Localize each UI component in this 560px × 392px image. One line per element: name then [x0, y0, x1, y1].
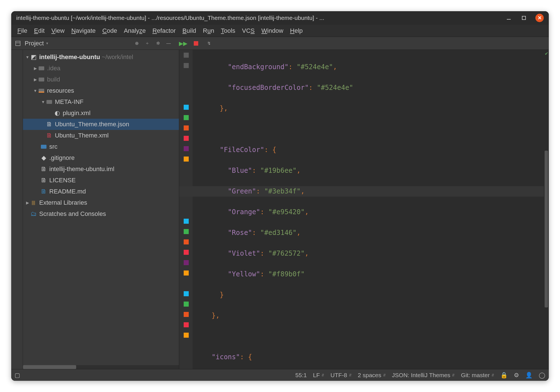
menu-run[interactable]: Run: [200, 26, 217, 36]
locate-icon[interactable]: ⊕: [133, 39, 141, 47]
run-icon[interactable]: ▶▶: [179, 39, 187, 47]
toolbar: Project ▼ ⊕ ÷ ✲ — ▶▶ ↯: [11, 37, 549, 50]
gutter-color-chip[interactable]: [184, 63, 189, 68]
window-title: intellij-theme-ubuntu [~/work/intellij-t…: [16, 15, 500, 21]
titlebar: intellij-theme-ubuntu [~/work/intellij-t…: [11, 11, 549, 25]
hide-icon[interactable]: —: [165, 39, 172, 47]
gutter-color-chip[interactable]: [184, 322, 189, 327]
menu-file[interactable]: File: [15, 26, 30, 36]
process-icon[interactable]: ⚙: [514, 372, 519, 379]
maximize-button[interactable]: [520, 14, 528, 22]
indent[interactable]: 2 spaces ⇵: [358, 372, 386, 379]
editor-vscrollbar[interactable]: ✔: [544, 50, 549, 369]
gutter-color-chip[interactable]: [184, 250, 189, 255]
line-ending[interactable]: LF ⇵: [313, 372, 325, 379]
gutter-color-chip[interactable]: [184, 136, 189, 141]
svg-rect-2: [16, 41, 20, 46]
tree-readme[interactable]: 🗎README.md: [23, 186, 179, 197]
menu-window[interactable]: Window: [259, 26, 286, 36]
tree-scratches[interactable]: 🗂Scratches and Consoles: [23, 208, 179, 220]
tree-license[interactable]: 🗎LICENSE: [23, 175, 179, 186]
editor[interactable]: "endBackground": "#524e4e", "focusedBord…: [179, 50, 549, 369]
memory-icon[interactable]: 👤: [525, 372, 533, 379]
menubar: File Edit View Navigate Code Analyze Ref…: [11, 25, 549, 37]
gutter-color-chip[interactable]: [184, 125, 189, 130]
tree-hscrollbar[interactable]: [23, 365, 179, 369]
gutter-color-chip[interactable]: [184, 333, 189, 338]
menu-help[interactable]: Help: [287, 26, 305, 36]
tree-idea[interactable]: ▶.idea: [23, 63, 179, 74]
menu-tools[interactable]: Tools: [218, 26, 238, 36]
statusbar-toolwindow-icon[interactable]: ▢: [15, 372, 20, 379]
tree-iml[interactable]: 🗎intellij-theme-ubuntu.iml: [23, 164, 179, 175]
gutter-color-chip[interactable]: [184, 229, 189, 234]
ide-window: intellij-theme-ubuntu [~/work/intellij-t…: [11, 11, 549, 381]
ide-errors-icon[interactable]: ◯: [539, 372, 545, 379]
statusbar: ▢ 55:1 LF ⇵ UTF-8 ⇵ 2 spaces ⇵ JSON: Int…: [11, 369, 549, 381]
tree-build[interactable]: ▶build: [23, 74, 179, 85]
tree-theme-json[interactable]: 🗎Ubuntu_Theme.theme.json: [23, 119, 179, 130]
menu-view[interactable]: View: [48, 26, 67, 36]
menu-navigate[interactable]: Navigate: [69, 26, 99, 36]
gutter-color-chip[interactable]: [184, 219, 189, 224]
project-tree[interactable]: ▼◩intellij-theme-ubuntu ~/work/intel ▶.i…: [23, 50, 179, 365]
svg-rect-1: [522, 16, 526, 20]
git-branch[interactable]: Git: master ⇵: [461, 372, 494, 379]
gutter-color-chip[interactable]: [184, 291, 189, 296]
menu-vcs[interactable]: VCS: [239, 26, 257, 36]
editor-gutter[interactable]: [179, 50, 193, 369]
project-panel: ▼◩intellij-theme-ubuntu ~/work/intel ▶.i…: [23, 50, 179, 369]
menu-analyze[interactable]: Analyze: [121, 26, 148, 36]
stop-icon[interactable]: [192, 39, 200, 47]
tree-resources[interactable]: ▼resources: [23, 85, 179, 96]
caret-position[interactable]: 55:1: [295, 372, 307, 379]
menu-refactor[interactable]: Refactor: [150, 26, 178, 36]
gutter-color-chip[interactable]: [184, 302, 189, 307]
code-area[interactable]: "endBackground": "#524e4e", "focusedBord…: [193, 50, 544, 369]
tree-theme-xml[interactable]: 🗎Ubuntu_Theme.xml: [23, 130, 179, 141]
gutter-color-chip[interactable]: [184, 146, 189, 151]
minimize-button[interactable]: [505, 14, 512, 22]
menu-edit[interactable]: Edit: [31, 26, 47, 36]
gutter-color-chip[interactable]: [184, 115, 189, 120]
project-view-icon[interactable]: [14, 39, 22, 47]
gutter-color-chip[interactable]: [184, 312, 189, 317]
project-panel-label[interactable]: Project ▼: [25, 40, 49, 47]
tree-metainf[interactable]: ▼META-INF: [23, 96, 179, 108]
menu-build[interactable]: Build: [180, 26, 199, 36]
gutter-color-chip[interactable]: [184, 157, 189, 162]
lock-icon[interactable]: 🔒: [500, 372, 508, 379]
left-tool-gutter[interactable]: [11, 50, 23, 369]
tree-src[interactable]: src: [23, 141, 179, 152]
gutter-color-chip[interactable]: [184, 105, 189, 110]
gutter-color-chip[interactable]: [184, 260, 189, 265]
close-button[interactable]: ✕: [535, 14, 544, 22]
edit-config-icon[interactable]: ↯: [205, 39, 213, 47]
collapse-icon[interactable]: ÷: [143, 39, 151, 47]
tree-external-libs[interactable]: ▶⫼External Libraries: [23, 197, 179, 208]
tree-gitignore[interactable]: ◆.gitignore: [23, 152, 179, 164]
inspection-ok-icon[interactable]: ✔: [544, 51, 549, 56]
tree-plugin-xml[interactable]: ◐plugin.xml: [23, 108, 179, 119]
encoding[interactable]: UTF-8 ⇵: [330, 372, 352, 379]
menu-code[interactable]: Code: [100, 26, 120, 36]
gutter-color-chip[interactable]: [184, 270, 189, 276]
gutter-color-chip[interactable]: [184, 239, 189, 244]
file-type[interactable]: JSON: IntelliJ Themes ⇵: [392, 372, 455, 379]
settings-icon[interactable]: ✲: [154, 39, 162, 47]
gutter-color-chip[interactable]: [184, 53, 189, 58]
tree-root[interactable]: ▼◩intellij-theme-ubuntu ~/work/intel: [23, 52, 179, 63]
